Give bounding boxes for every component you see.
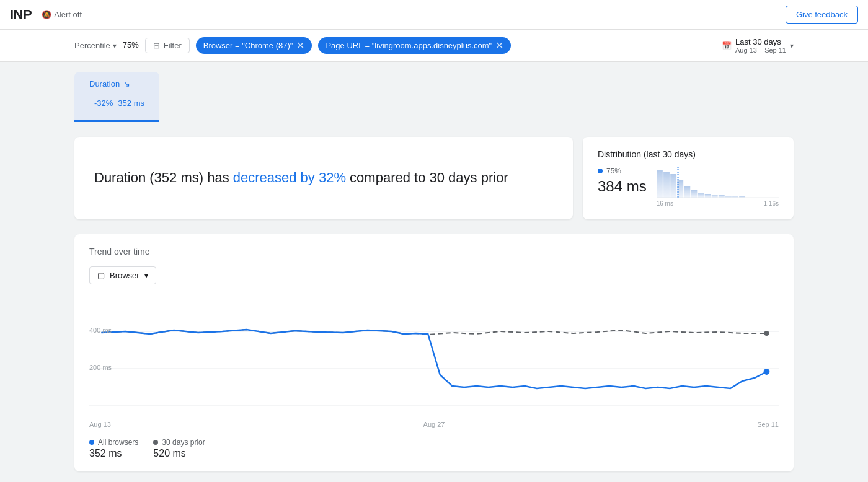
svg-rect-1 [663, 172, 670, 198]
date-range-selector[interactable]: 📅 Last 30 days Aug 13 – Sep 11 ▾ [722, 37, 794, 54]
duration-tab[interactable]: Duration ↘ -32%352 ms [74, 72, 159, 122]
legend-prior: 30 days prior 520 ms [153, 438, 205, 459]
filter-button[interactable]: ⊟ Filter [145, 38, 190, 53]
filters-row: Percentile ▾ 75% ⊟ Filter Browser = "Chr… [0, 30, 868, 62]
svg-rect-12 [739, 196, 745, 198]
svg-rect-10 [725, 196, 732, 198]
remove-url-filter-icon[interactable]: ✕ [495, 40, 503, 51]
distribution-left: 75% 384 ms [598, 167, 647, 195]
browser-selector[interactable]: ▢ Browser ▾ [89, 266, 156, 284]
metric-tabs-row: Duration ↘ -32%352 ms [0, 62, 868, 122]
top-bar: INP 🔕 Alert off Give feedback [0, 0, 868, 30]
summary-text: Duration (352 ms) has decreased by 32% c… [94, 169, 508, 188]
remove-browser-filter-icon[interactable]: ✕ [296, 40, 304, 51]
trend-section-label: Trend over time [89, 247, 779, 256]
legend-dot-blue [89, 440, 94, 445]
metric-badge: INP [10, 7, 32, 23]
chart-container [89, 294, 779, 418]
distribution-title: Distribution (last 30 days) [598, 149, 779, 159]
dist-value: 384 ms [598, 178, 647, 195]
alert-status[interactable]: 🔕 Alert off [42, 10, 82, 19]
svg-rect-0 [657, 170, 663, 198]
legend-prior-value: 520 ms [153, 448, 205, 459]
percentile-control[interactable]: Percentile ▾ [74, 41, 117, 50]
legend-dot-gray [153, 440, 158, 445]
svg-rect-7 [704, 194, 711, 198]
svg-rect-4 [684, 186, 690, 198]
dist-axis: 16 ms 1.16s [657, 200, 779, 207]
url-filter-chip[interactable]: Page URL = "livingroom.apps.disneyplus.c… [318, 37, 511, 54]
trend-section: Trend over time ▢ Browser ▾ [74, 234, 794, 471]
browser-filter-chip[interactable]: Browser = "Chrome (87)" ✕ [196, 37, 312, 54]
chevron-down-icon: ▾ [113, 42, 117, 50]
legend-all-browsers: All browsers 352 ms [89, 438, 138, 459]
trend-chart [89, 294, 779, 418]
summary-cards: Duration (352 ms) has decreased by 32% c… [74, 137, 794, 219]
distribution-card: Distribution (last 30 days) 75% 384 ms [583, 137, 794, 219]
svg-rect-6 [698, 193, 704, 198]
percentile-label: Percentile [74, 41, 110, 50]
chevron-down-icon-date: ▾ [790, 42, 794, 50]
svg-rect-9 [719, 195, 725, 198]
distribution-body: 75% 384 ms [598, 167, 779, 207]
dist-chart-area [657, 167, 779, 198]
svg-rect-5 [691, 190, 697, 198]
chart-legend: All browsers 352 ms 30 days prior 520 ms [89, 438, 779, 459]
svg-rect-8 [711, 195, 717, 198]
bell-off-icon: 🔕 [42, 10, 51, 19]
filter-icon: ⊟ [153, 41, 160, 50]
give-feedback-button[interactable]: Give feedback [786, 6, 858, 24]
dist-percentile: 75% [598, 167, 647, 175]
main-content: Duration (352 ms) has decreased by 32% c… [0, 122, 868, 482]
chevron-down-icon-browser: ▾ [144, 271, 148, 280]
top-bar-right: Give feedback [786, 6, 858, 24]
svg-rect-11 [732, 196, 738, 198]
distribution-chart: 16 ms 1.16s [657, 167, 779, 207]
date-range-sub: Aug 13 – Sep 11 [735, 46, 786, 54]
svg-point-19 [764, 369, 770, 375]
calendar-icon: 📅 [722, 41, 732, 50]
legend-all-browsers-value: 352 ms [89, 448, 138, 459]
metric-tab-label: Duration ↘ [89, 79, 144, 89]
date-range-label: Last 30 days [735, 37, 786, 46]
svg-rect-2 [670, 174, 676, 198]
svg-point-18 [764, 331, 769, 336]
trending-down-icon: ↘ [123, 79, 130, 89]
percentile-value: 75% [123, 41, 139, 50]
browser-icon: ▢ [97, 271, 105, 280]
dist-dot [598, 169, 603, 173]
summary-card: Duration (352 ms) has decreased by 32% c… [74, 137, 573, 219]
chart-x-labels: Aug 13 Aug 27 Sep 11 [89, 418, 779, 431]
metric-tab-value: -32%352 ms [89, 91, 144, 110]
top-bar-left: INP 🔕 Alert off [10, 7, 82, 23]
